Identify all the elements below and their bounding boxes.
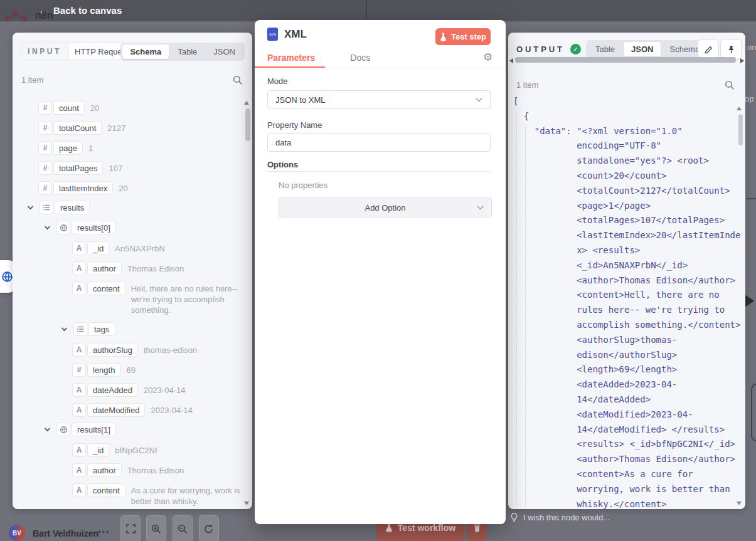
schema-key-pill[interactable]: A_id: [72, 241, 109, 255]
pin-icon: [727, 45, 735, 54]
n8n-logo[interactable]: n8n: [5, 9, 53, 23]
test-step-button[interactable]: Test step: [435, 28, 491, 45]
chevron-down-icon[interactable]: [44, 426, 51, 433]
chevron-down-icon[interactable]: [61, 326, 68, 333]
number-icon: #: [38, 121, 52, 135]
schema-key-label: content: [87, 483, 125, 497]
number-icon: #: [38, 161, 52, 175]
schema-key-pill[interactable]: #totalPages: [38, 161, 103, 175]
output-horizontal-scrollbar[interactable]: [508, 56, 745, 65]
output-tab-table[interactable]: Table: [588, 42, 622, 56]
search-icon: [233, 75, 242, 85]
schema-row-page: #page1: [38, 141, 93, 155]
property-name-label: Property Name: [267, 120, 322, 130]
input-tab-schema[interactable]: Schema: [122, 45, 169, 59]
mode-value: JSON to XML: [275, 95, 325, 105]
schema-key-pill[interactable]: Acontent: [72, 281, 125, 295]
n8n-logo-text: n8n: [35, 10, 53, 21]
scroll-down-arrow[interactable]: [737, 502, 742, 505]
scroll-up-arrow[interactable]: [244, 101, 249, 105]
schema-row-author: AauthorThomas Edison: [72, 261, 184, 275]
mode-label: Mode: [267, 76, 288, 86]
output-json-view[interactable]: [ { "data": "<?xml version="1.0" encodin…: [513, 94, 740, 509]
canvas-node-fragment: [751, 384, 756, 441]
schema-value: As a cure for worrying, work is better t…: [131, 483, 247, 507]
schema-row-results-0-: results[0]: [44, 221, 116, 234]
schema-key-pill[interactable]: results[0]: [56, 221, 116, 234]
reset-zoom-button[interactable]: [199, 515, 219, 541]
zoom-in-icon: [151, 524, 161, 534]
schema-row-authorslug: AauthorSlugthomas-edison: [72, 343, 197, 357]
lightbulb-icon: [511, 513, 518, 522]
node-settings-gear-icon[interactable]: ⚙: [483, 52, 492, 63]
node-feedback-link[interactable]: I wish this node would...: [511, 513, 610, 522]
mode-select[interactable]: JSON to XML: [267, 90, 491, 109]
property-name-input[interactable]: data: [267, 133, 491, 152]
output-scrollbar-thumb[interactable]: [738, 114, 743, 145]
schema-key-pill[interactable]: results: [40, 201, 90, 214]
string-icon: A: [72, 443, 86, 457]
schema-value: Hell, there are no rules here-- we're tr…: [131, 281, 247, 315]
schema-key-pill[interactable]: #count: [38, 101, 85, 115]
output-tab-json[interactable]: JSON: [624, 42, 661, 56]
input-tab-table[interactable]: Table: [170, 45, 205, 59]
schema-key-pill[interactable]: tags: [73, 322, 115, 336]
schema-row-lastitemindex: #lastItemIndex20: [38, 181, 128, 195]
schema-value: Thomas Edison: [127, 463, 184, 476]
schema-key-pill[interactable]: Aauthor: [72, 463, 122, 477]
scroll-up-arrow[interactable]: [737, 107, 742, 110]
schema-key-label: authorSlug: [87, 343, 138, 357]
input-panel-label: INPUT: [21, 43, 68, 60]
canvas-fragment-line: [747, 198, 756, 199]
schema-row-author: AauthorThomas Edison: [72, 463, 184, 477]
node-settings-modal: </> XML Test step ParametersDocs ⚙ Mode …: [255, 20, 506, 524]
schema-key-label: content: [87, 281, 125, 295]
zoom-in-button[interactable]: [146, 515, 166, 541]
schema-key-label: length: [87, 363, 120, 377]
chevron-down-icon[interactable]: [27, 204, 34, 211]
options-section-label: Options: [267, 160, 298, 169]
schema-key-pill[interactable]: Aauthor: [72, 261, 122, 275]
schema-key-label: count: [53, 101, 85, 115]
schema-key-pill[interactable]: #length: [72, 363, 120, 377]
schema-key-pill[interactable]: #page: [38, 141, 83, 155]
schema-key-pill[interactable]: A_id: [72, 443, 109, 457]
schema-key-pill[interactable]: AdateAdded: [72, 383, 138, 397]
tabs-divider: [255, 68, 506, 68]
zoom-to-fit-button[interactable]: [120, 515, 141, 541]
schema-key-pill[interactable]: #lastItemIndex: [38, 181, 113, 195]
input-tab-json[interactable]: JSON: [206, 45, 243, 59]
schema-key-pill[interactable]: #totalCount: [38, 121, 102, 135]
modal-tab-parameters[interactable]: Parameters: [267, 53, 315, 63]
output-items-count: 1 item: [516, 80, 538, 90]
input-items-count: 1 item: [21, 75, 43, 85]
string-icon: A: [72, 403, 86, 417]
schema-key-pill[interactable]: Acontent: [72, 483, 125, 497]
chevron-down-icon[interactable]: [44, 224, 51, 231]
scroll-left-arrow[interactable]: [509, 58, 513, 63]
modal-tab-docs[interactable]: Docs: [350, 53, 370, 63]
add-option-button[interactable]: Add Option: [279, 197, 492, 218]
node-title: XML: [284, 28, 307, 41]
scroll-right-arrow[interactable]: [740, 58, 744, 63]
node-header: </> XML: [267, 28, 307, 41]
input-scrollbar-thumb[interactable]: [245, 108, 250, 141]
canvas-connection-arrow: [745, 295, 754, 307]
avatar[interactable]: BV: [9, 525, 25, 541]
property-name-value: data: [275, 138, 291, 147]
input-search-button[interactable]: [233, 75, 242, 85]
schema-key-pill[interactable]: AdateModified: [72, 403, 145, 417]
schema-key-pill[interactable]: results[1]: [56, 423, 116, 436]
schema-key-pill[interactable]: AauthorSlug: [72, 343, 138, 357]
output-hscrollbar-thumb[interactable]: [515, 57, 736, 63]
zoom-out-button[interactable]: [173, 515, 193, 541]
schema-row-datemodified: AdateModified2023-04-14: [72, 403, 193, 417]
options-divider: [267, 171, 491, 172]
avatar-initials: BV: [13, 530, 21, 537]
output-search-button[interactable]: [725, 80, 734, 90]
scroll-down-arrow[interactable]: [244, 502, 249, 505]
schema-key-label: _id: [87, 241, 109, 255]
user-menu-button[interactable]: •••: [98, 527, 110, 537]
schema-row-length: #length69: [72, 363, 136, 377]
string-icon: A: [72, 483, 86, 497]
